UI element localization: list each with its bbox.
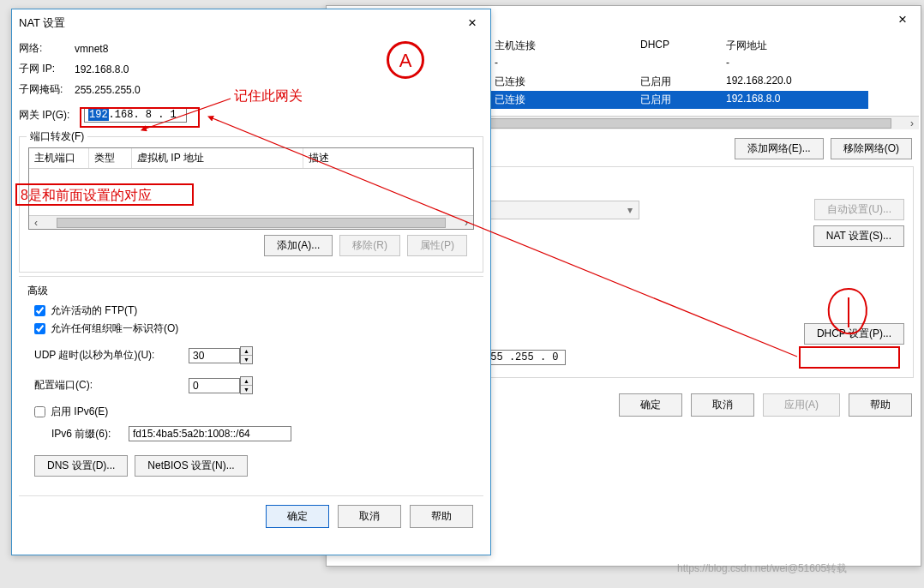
pf-add-button[interactable]: 添加(A)...	[264, 235, 333, 256]
enable-ipv6-label: 启用 IPv6(E)	[51, 405, 108, 419]
col-sub: 子网地址	[723, 37, 868, 55]
close-icon[interactable]: ×	[461, 13, 483, 33]
port-forward-group: 端口转发(F) 主机端口 类型 虚拟机 IP 地址 描述 ‹ › 添加(A)..…	[19, 136, 483, 273]
allow-ftp-label: 允许活动的 FTP(T)	[51, 303, 137, 318]
cancel-button[interactable]: 取消	[338, 505, 401, 528]
allow-oui-checkbox[interactable]	[34, 323, 45, 334]
subnet-mask-label: 子网掩码:	[19, 82, 75, 97]
watermark: https://blog.csdn.net/wei@51605转载	[677, 561, 847, 576]
col-desc: 描述	[303, 148, 473, 168]
nat-titlebar: NAT 设置 ×	[12, 9, 490, 37]
port-forward-body[interactable]	[29, 169, 473, 215]
ok-button[interactable]: 确定	[266, 505, 329, 528]
port-forward-title: 端口转发(F)	[27, 129, 87, 144]
spin-up-icon[interactable]: ▲	[241, 347, 252, 356]
col-dhcp: DHCP	[637, 37, 723, 55]
close-icon[interactable]: ×	[891, 9, 914, 30]
spin-down-icon[interactable]: ▼	[241, 386, 252, 393]
ipv6-prefix-label: IPv6 前缀(6):	[51, 427, 129, 441]
col-vmip: 虚拟机 IP 地址	[132, 148, 303, 168]
pf-scrollbar[interactable]: ‹ ›	[29, 215, 473, 229]
subnet-mask-value: 255.255.255.0	[75, 84, 141, 96]
pf-props-button: 属性(P)	[407, 235, 467, 256]
subnet-ip-label: 子网 IP:	[19, 62, 75, 76]
col-host: 主机连接	[491, 37, 637, 55]
editor-help-button[interactable]: 帮助	[849, 393, 912, 417]
scroll-right-icon[interactable]: ›	[459, 217, 473, 229]
udp-timeout-label: UDP 超时(以秒为单位)(U):	[34, 348, 189, 363]
scroll-left-icon[interactable]: ‹	[29, 217, 43, 229]
nat-settings-dialog: NAT 设置 × 网络: vmnet8 子网 IP: 192.168.8.0 子…	[11, 9, 491, 555]
udp-timeout-input[interactable]	[189, 348, 240, 363]
allow-ftp-checkbox[interactable]	[34, 305, 45, 316]
scroll-thumb[interactable]	[57, 218, 446, 228]
allow-oui-label: 允许任何组织唯一标识符(O)	[51, 321, 178, 336]
spin-down-icon[interactable]: ▼	[241, 356, 252, 363]
remove-network-button[interactable]: 移除网络(O)	[831, 138, 912, 159]
enable-ipv6-checkbox[interactable]	[34, 406, 45, 417]
gateway-label: 网关 IP(G):	[19, 108, 84, 123]
subnet-ip-value: 192.168.8.0	[75, 63, 129, 75]
editor-apply-button: 应用(A)	[763, 393, 840, 417]
gateway-ip-input[interactable]: 192.168. 8 . 1	[84, 107, 187, 123]
netbios-settings-button[interactable]: NetBIOS 设置(N)...	[135, 455, 247, 477]
ann-scribble	[819, 280, 879, 340]
pf-remove-button: 移除(R)	[339, 235, 400, 256]
auto-settings-button: 自动设置(U)...	[814, 199, 904, 220]
help-button[interactable]: 帮助	[410, 505, 473, 528]
editor-ok-button[interactable]: 确定	[619, 393, 682, 417]
port-forward-table: 主机端口 类型 虚拟机 IP 地址 描述 ‹ ›	[28, 147, 474, 230]
col-type: 类型	[89, 148, 132, 168]
scroll-right-icon[interactable]: ›	[905, 117, 919, 129]
col-hostport: 主机端口	[29, 148, 89, 168]
network-value: vmnet8	[75, 43, 108, 55]
nat-settings-button[interactable]: NAT 设置(S)...	[813, 225, 904, 247]
dialog-title: NAT 设置	[19, 15, 65, 31]
spin-up-icon[interactable]: ▲	[241, 377, 252, 386]
editor-cancel-button[interactable]: 取消	[691, 393, 754, 417]
network-label: 网络:	[19, 41, 75, 56]
config-port-label: 配置端口(C):	[34, 378, 189, 393]
advanced-title: 高级	[27, 280, 475, 302]
ann-marker-a: A	[387, 41, 424, 79]
ipv6-prefix-input[interactable]	[129, 426, 291, 441]
config-port-input[interactable]	[189, 378, 240, 393]
dns-settings-button[interactable]: DNS 设置(D)...	[34, 455, 128, 477]
add-network-button[interactable]: 添加网络(E)...	[735, 138, 824, 159]
advanced-group: 高级 允许活动的 FTP(T) 允许任何组织唯一标识符(O) UDP 超时(以秒…	[19, 280, 483, 492]
